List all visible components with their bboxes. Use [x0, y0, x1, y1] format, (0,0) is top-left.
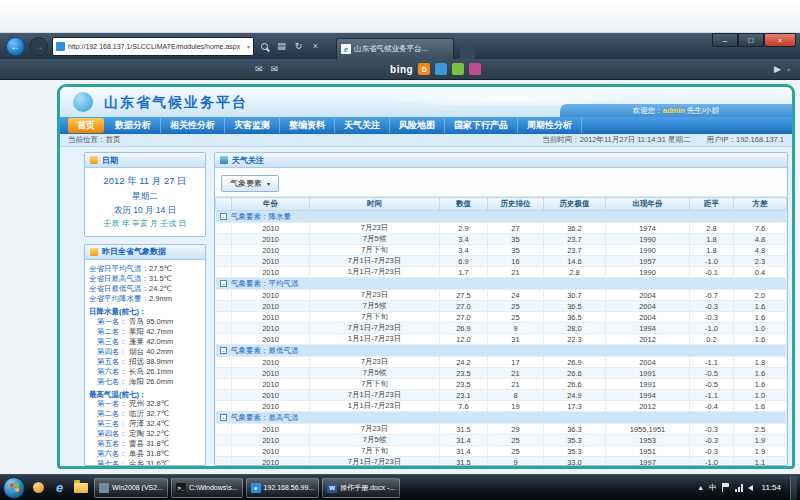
minimize-button[interactable]: – — [712, 33, 738, 47]
table-group-row[interactable]: -气象要素：最低气温 — [216, 345, 787, 357]
nav-item-1[interactable]: 首页 — [68, 118, 104, 133]
table-group-row[interactable]: -气象要素：最高气温 — [216, 412, 787, 424]
table-row[interactable]: 20101月1日-7月23日1.7212.81990-0.10.4 — [216, 267, 787, 278]
search-icon[interactable] — [261, 43, 268, 50]
collapse-toggle-icon[interactable]: - — [220, 347, 227, 354]
table-row[interactable]: 20107月1日-7月23日31.5933.01997-1.01.1 — [216, 457, 787, 466]
table-group-row[interactable]: -气象要素：降水量 — [216, 211, 787, 223]
table-row[interactable]: 20107月下旬27.02536.52004-0.31.6 — [216, 312, 787, 323]
table-cell: 1.0 — [734, 323, 787, 334]
table-cell: -0.1 — [690, 267, 734, 278]
collapse-toggle-icon[interactable]: - — [220, 280, 227, 287]
table-row[interactable]: 20107月5候23.52126.61991-0.51.6 — [216, 368, 787, 379]
new-tab-button[interactable] — [460, 44, 475, 59]
tray-expand-icon[interactable]: ▲ — [697, 484, 704, 491]
toolbar-overflow-icon[interactable]: ▾ — [787, 66, 790, 73]
rank-value: 莱阳 42.7mm — [129, 327, 173, 336]
url-text[interactable]: http://192.168.137.1/SLCCLIMATE/modules/… — [68, 43, 244, 50]
browser-tab[interactable]: e 山东省气候业务平台... — [336, 38, 454, 59]
table-row[interactable]: 20107月23日2.92736.219742.87.6 — [216, 223, 787, 234]
taskbar-app-1[interactable]: Win2008 (VS2... — [94, 478, 168, 498]
mail-icon[interactable]: ✉ — [255, 64, 263, 74]
addon-icon-3[interactable] — [452, 63, 464, 75]
table-cell: 31.5 — [440, 424, 488, 435]
stop-icon[interactable]: × — [309, 41, 322, 51]
table-cell: 23.7 — [544, 245, 606, 256]
table-row[interactable]: 20107月23日24.21726.92004-1.11.8 — [216, 357, 787, 368]
table-row[interactable]: 20107月1日-7月23日23.1824.91994-1.11.0 — [216, 390, 787, 401]
ie-taskbar-icon[interactable]: e — [50, 478, 69, 498]
table-row[interactable]: 20107月23日27.52430.72004-0.72.0 — [216, 290, 787, 301]
back-button[interactable]: ← — [6, 37, 25, 56]
taskbar-app-3[interactable]: e192.168.56.99... — [246, 478, 320, 498]
table-header-6[interactable]: 出现年份 — [606, 198, 690, 211]
table-cell: 1955,1951 — [606, 424, 690, 435]
collapse-toggle-icon[interactable]: - — [220, 213, 227, 220]
folder-glyph — [74, 483, 88, 493]
table-header-4[interactable]: 历史排位 — [488, 198, 544, 211]
address-dropdown-icon[interactable]: ▾ — [247, 43, 250, 50]
close-button[interactable]: × — [764, 33, 796, 47]
show-desktop-button[interactable] — [790, 476, 797, 500]
taskbar-clock[interactable]: 11:54 — [758, 483, 785, 492]
addon-icon-1[interactable]: D — [418, 63, 430, 75]
table-cell: 2004 — [606, 312, 690, 323]
stat-label: 全省日最高气温： — [89, 274, 149, 283]
collapse-toggle-icon[interactable]: - — [220, 414, 227, 421]
nav-item-7[interactable]: 风险地图 — [390, 118, 445, 133]
rank-label: 第六名： — [97, 449, 129, 458]
nav-item-6[interactable]: 天气关注 — [335, 118, 390, 133]
table-row[interactable]: 20107月下旬3.43523.719901.84.8 — [216, 245, 787, 256]
action-center-icon[interactable] — [722, 483, 730, 492]
volume-icon[interactable] — [748, 485, 753, 491]
nav-item-3[interactable]: 相关性分析 — [161, 118, 225, 133]
table-cell: 30.7 — [544, 290, 606, 301]
addon-icon-2[interactable] — [435, 63, 447, 75]
taskbar-app-2[interactable]: >_C:\Windows\s... — [171, 478, 243, 498]
table-header-1[interactable]: 年份 — [232, 198, 310, 211]
table-row[interactable]: 20107月1日-7月23日26.9928.01994-1.01.0 — [216, 323, 787, 334]
table-row[interactable]: 20107月下旬23.52126.61991-0.51.6 — [216, 379, 787, 390]
table-row[interactable]: 20107月23日31.52936.31955,1951-0.32.5 — [216, 424, 787, 435]
ganzhi-date: 壬辰 年 辛亥 月 壬戌 日 — [87, 217, 203, 230]
element-filter-button[interactable]: 气象要素 ▾ — [221, 175, 279, 192]
maximize-button[interactable]: □ — [738, 33, 764, 47]
table-row[interactable]: 20107月5候27.02536.52004-0.31.6 — [216, 301, 787, 312]
nav-item-2[interactable]: 数据分析 — [106, 118, 161, 133]
feeds-icon[interactable]: ▶ — [774, 64, 781, 74]
language-indicator[interactable]: 中 — [709, 483, 717, 493]
addon-icon-4[interactable] — [469, 63, 481, 75]
refresh-icon[interactable]: ↻ — [292, 41, 305, 51]
nav-item-8[interactable]: 国家下行产品 — [445, 118, 518, 133]
table-cell: 1957 — [606, 256, 690, 267]
table-header-8[interactable]: 方差 — [734, 198, 787, 211]
media-player-icon[interactable] — [29, 478, 48, 498]
start-button[interactable] — [3, 477, 25, 499]
table-cell: 23.1 — [440, 390, 488, 401]
table-row[interactable]: 20107月下旬31.42535.31951-0.31.9 — [216, 446, 787, 457]
nav-item-4[interactable]: 灾害监测 — [225, 118, 280, 133]
nav-item-5[interactable]: 整编资料 — [280, 118, 335, 133]
table-header-5[interactable]: 历史极值 — [544, 198, 606, 211]
table-row[interactable]: 20107月1日-7月23日6.91614.61957-1.02.3 — [216, 256, 787, 267]
table-header-2[interactable]: 时间 — [310, 198, 440, 211]
taskbar-app-4[interactable]: W操作手册.docx -... — [322, 478, 400, 498]
table-row[interactable]: 20101月1日-7月23日12.03122.320120.21.6 — [216, 334, 787, 345]
table-header-3[interactable]: 数值 — [440, 198, 488, 211]
nav-item-9[interactable]: 周期性分析 — [518, 118, 582, 133]
address-bar[interactable]: http://192.168.137.1/SLCCLIMATE/modules/… — [52, 37, 254, 56]
table-row[interactable]: 20107月5候3.43523.719901.84.8 — [216, 234, 787, 245]
row-spacer-cell — [216, 379, 232, 390]
forward-button[interactable]: → — [29, 37, 48, 56]
row-spacer-cell — [216, 424, 232, 435]
table-group-row[interactable]: -气象要素：平均气温 — [216, 278, 787, 290]
explorer-folder-icon[interactable] — [71, 478, 90, 498]
bing-logo[interactable]: bing — [390, 64, 413, 75]
rank-label: 第六名： — [97, 367, 129, 376]
send-icon[interactable]: ✉ — [271, 64, 279, 74]
table-header-7[interactable]: 距平 — [690, 198, 734, 211]
compat-view-icon[interactable]: ▤ — [275, 41, 288, 51]
network-icon[interactable] — [735, 484, 743, 492]
table-row[interactable]: 20101月1日-7月23日7.61917.32012-0.41.6 — [216, 401, 787, 412]
table-row[interactable]: 20107月5候31.42535.31953-0.31.9 — [216, 435, 787, 446]
